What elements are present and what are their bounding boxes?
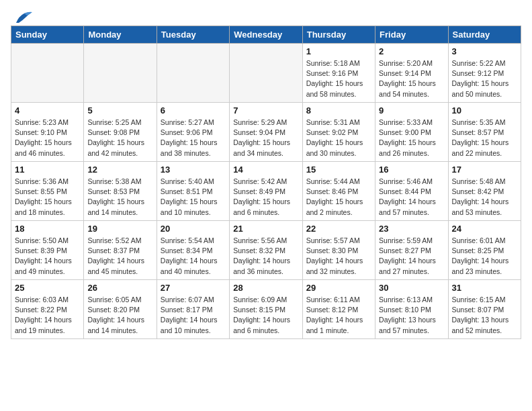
calendar-table: SundayMondayTuesdayWednesdayThursdayFrid… [11,26,521,339]
day-cell: 20Sunrise: 5:54 AMSunset: 8:34 PMDayligh… [157,221,229,280]
day-info: Sunrise: 6:01 AMSunset: 8:25 PMDaylight:… [452,236,517,277]
day-info: Sunrise: 5:50 AMSunset: 8:39 PMDaylight:… [15,236,80,277]
day-info: Sunrise: 5:35 AMSunset: 8:57 PMDaylight:… [452,118,517,158]
day-number: 23 [379,224,444,234]
calendar-header-wednesday: Wednesday [230,26,302,44]
day-cell: 29Sunrise: 6:11 AMSunset: 8:12 PMDayligh… [302,280,375,339]
week-row-3: 11Sunrise: 5:36 AMSunset: 8:55 PMDayligh… [11,162,521,221]
day-info: Sunrise: 5:29 AMSunset: 9:04 PMDaylight:… [233,118,298,158]
day-info: Sunrise: 5:54 AMSunset: 8:34 PMDaylight:… [161,236,226,277]
day-info: Sunrise: 6:11 AMSunset: 8:12 PMDaylight:… [306,295,371,336]
day-info: Sunrise: 6:03 AMSunset: 8:22 PMDaylight:… [15,295,80,336]
day-number: 27 [161,283,226,293]
day-cell: 17Sunrise: 5:48 AMSunset: 8:42 PMDayligh… [448,162,521,221]
day-number: 28 [233,283,298,293]
day-info: Sunrise: 5:48 AMSunset: 8:42 PMDaylight:… [452,177,517,218]
day-number: 19 [87,224,152,234]
day-cell: 31Sunrise: 6:15 AMSunset: 8:07 PMDayligh… [448,280,521,339]
calendar-header-tuesday: Tuesday [157,26,229,44]
day-cell: 1Sunrise: 5:18 AMSunset: 9:16 PMDaylight… [302,44,375,103]
day-number: 12 [87,165,152,175]
day-cell: 24Sunrise: 6:01 AMSunset: 8:25 PMDayligh… [448,221,521,280]
day-cell: 23Sunrise: 5:59 AMSunset: 8:27 PMDayligh… [375,221,448,280]
day-number: 31 [452,283,517,293]
day-number: 30 [379,283,444,293]
calendar-header-friday: Friday [375,26,448,44]
day-number: 24 [452,224,517,234]
day-cell: 12Sunrise: 5:38 AMSunset: 8:53 PMDayligh… [84,162,157,221]
day-cell [230,44,302,103]
day-number: 7 [233,105,298,116]
day-info: Sunrise: 5:40 AMSunset: 8:51 PMDaylight:… [161,177,226,218]
day-number: 21 [233,224,298,234]
day-number: 4 [15,105,80,116]
day-info: Sunrise: 5:44 AMSunset: 8:46 PMDaylight:… [306,177,371,218]
day-info: Sunrise: 5:31 AMSunset: 9:02 PMDaylight:… [306,118,371,158]
day-info: Sunrise: 5:59 AMSunset: 8:27 PMDaylight:… [379,236,444,277]
day-info: Sunrise: 6:05 AMSunset: 8:20 PMDaylight:… [87,295,152,336]
day-number: 3 [452,46,517,56]
day-info: Sunrise: 5:18 AMSunset: 9:16 PMDaylight:… [306,58,371,99]
week-row-5: 25Sunrise: 6:03 AMSunset: 8:22 PMDayligh… [11,280,521,339]
day-number: 25 [15,283,80,293]
day-cell: 2Sunrise: 5:20 AMSunset: 9:14 PMDaylight… [375,44,448,103]
day-number: 8 [306,105,371,116]
day-number: 1 [306,46,371,56]
calendar-header-monday: Monday [84,26,157,44]
day-cell: 11Sunrise: 5:36 AMSunset: 8:55 PMDayligh… [11,162,84,221]
day-number: 22 [306,224,371,234]
day-cell: 18Sunrise: 5:50 AMSunset: 8:39 PMDayligh… [11,221,84,280]
day-cell: 25Sunrise: 6:03 AMSunset: 8:22 PMDayligh… [11,280,84,339]
day-cell: 21Sunrise: 5:56 AMSunset: 8:32 PMDayligh… [230,221,302,280]
day-cell: 15Sunrise: 5:44 AMSunset: 8:46 PMDayligh… [302,162,375,221]
day-info: Sunrise: 5:52 AMSunset: 8:37 PMDaylight:… [87,236,152,277]
day-number: 20 [161,224,226,234]
day-cell: 4Sunrise: 5:23 AMSunset: 9:10 PMDaylight… [11,103,84,162]
calendar-header-row: SundayMondayTuesdayWednesdayThursdayFrid… [11,26,521,44]
day-cell: 16Sunrise: 5:46 AMSunset: 8:44 PMDayligh… [375,162,448,221]
day-number: 14 [233,165,298,175]
day-number: 5 [87,105,152,116]
day-cell: 30Sunrise: 6:13 AMSunset: 8:10 PMDayligh… [375,280,448,339]
day-cell: 13Sunrise: 5:40 AMSunset: 8:51 PMDayligh… [157,162,229,221]
day-info: Sunrise: 5:38 AMSunset: 8:53 PMDaylight:… [87,177,152,218]
day-number: 18 [15,224,80,234]
day-number: 13 [161,165,226,175]
day-cell: 7Sunrise: 5:29 AMSunset: 9:04 PMDaylight… [230,103,302,162]
day-info: Sunrise: 5:22 AMSunset: 9:12 PMDaylight:… [452,58,517,99]
day-info: Sunrise: 5:20 AMSunset: 9:14 PMDaylight:… [379,58,444,99]
logo [11,11,34,20]
day-info: Sunrise: 5:27 AMSunset: 9:06 PMDaylight:… [161,118,226,158]
day-cell: 14Sunrise: 5:42 AMSunset: 8:49 PMDayligh… [230,162,302,221]
day-info: Sunrise: 5:42 AMSunset: 8:49 PMDaylight:… [233,177,298,218]
day-number: 11 [15,165,80,175]
day-cell [11,44,84,103]
page-header [11,11,521,20]
day-info: Sunrise: 5:33 AMSunset: 9:00 PMDaylight:… [379,118,444,158]
day-cell: 22Sunrise: 5:57 AMSunset: 8:30 PMDayligh… [302,221,375,280]
week-row-2: 4Sunrise: 5:23 AMSunset: 9:10 PMDaylight… [11,103,521,162]
week-row-1: 1Sunrise: 5:18 AMSunset: 9:16 PMDaylight… [11,44,521,103]
day-number: 16 [379,165,444,175]
day-cell [157,44,229,103]
day-info: Sunrise: 6:15 AMSunset: 8:07 PMDaylight:… [452,295,517,336]
day-info: Sunrise: 5:25 AMSunset: 9:08 PMDaylight:… [87,118,152,158]
week-row-4: 18Sunrise: 5:50 AMSunset: 8:39 PMDayligh… [11,221,521,280]
day-cell: 5Sunrise: 5:25 AMSunset: 9:08 PMDaylight… [84,103,157,162]
day-info: Sunrise: 5:23 AMSunset: 9:10 PMDaylight:… [15,118,80,158]
day-info: Sunrise: 6:13 AMSunset: 8:10 PMDaylight:… [379,295,444,336]
day-info: Sunrise: 6:07 AMSunset: 8:17 PMDaylight:… [161,295,226,336]
day-number: 10 [452,105,517,116]
day-info: Sunrise: 5:46 AMSunset: 8:44 PMDaylight:… [379,177,444,218]
day-number: 9 [379,105,444,116]
day-number: 17 [452,165,517,175]
day-cell: 10Sunrise: 5:35 AMSunset: 8:57 PMDayligh… [448,103,521,162]
calendar-header-sunday: Sunday [11,26,84,44]
day-info: Sunrise: 5:36 AMSunset: 8:55 PMDaylight:… [15,177,80,218]
day-cell: 3Sunrise: 5:22 AMSunset: 9:12 PMDaylight… [448,44,521,103]
day-cell: 8Sunrise: 5:31 AMSunset: 9:02 PMDaylight… [302,103,375,162]
day-cell: 28Sunrise: 6:09 AMSunset: 8:15 PMDayligh… [230,280,302,339]
day-cell: 27Sunrise: 6:07 AMSunset: 8:17 PMDayligh… [157,280,229,339]
day-number: 2 [379,46,444,56]
day-cell: 19Sunrise: 5:52 AMSunset: 8:37 PMDayligh… [84,221,157,280]
